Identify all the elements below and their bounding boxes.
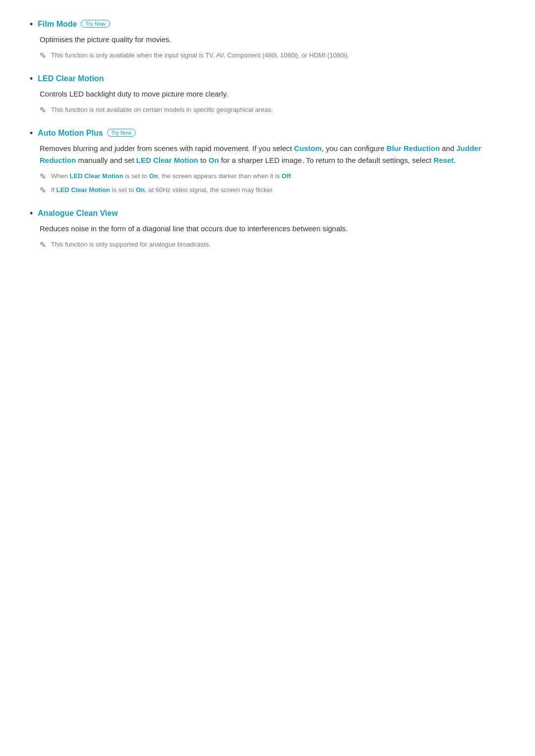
led-clear-motion-note-text-0: This function is not available on certai… bbox=[51, 105, 273, 115]
analogue-clean-view-note-text-0: This function is only supported for anal… bbox=[51, 240, 211, 250]
auto-motion-plus-description: Removes blurring and judder from scenes … bbox=[40, 143, 505, 166]
auto-motion-plus-note-1: ✎ If LED Clear Motion is set to On, at 6… bbox=[40, 185, 505, 195]
analogue-clean-view-title: Analogue Clean View bbox=[38, 209, 118, 218]
film-mode-note-0: ✎ This function is only available when t… bbox=[40, 50, 505, 60]
bullet-icon: • bbox=[30, 208, 33, 219]
highlight-led-clear-motion-note2: LED Clear Motion bbox=[56, 186, 110, 194]
auto-motion-plus-note-text-0: When LED Clear Motion is set to On, the … bbox=[51, 171, 293, 181]
bullet-row-led-clear-motion: • LED Clear Motion bbox=[30, 74, 505, 84]
auto-motion-plus-try-now-badge[interactable]: Try Now bbox=[107, 129, 136, 137]
film-mode-note-text-0: This function is only available when the… bbox=[51, 50, 349, 60]
content-area: • Film Mode Try Now Optimises the pictur… bbox=[30, 20, 505, 250]
section-analogue-clean-view: • Analogue Clean View Reduces noise in t… bbox=[30, 209, 505, 250]
highlight-led-clear-motion: LED Clear Motion bbox=[136, 156, 198, 164]
auto-motion-plus-title: Auto Motion Plus bbox=[38, 129, 103, 138]
highlight-blur-reduction: Blur Reduction bbox=[386, 144, 440, 152]
led-clear-motion-description: Controls LED backlight duty to move pict… bbox=[40, 88, 505, 100]
pencil-icon: ✎ bbox=[40, 105, 46, 115]
bullet-icon: • bbox=[30, 19, 33, 30]
film-mode-description: Optimises the picture quality for movies… bbox=[40, 34, 505, 46]
highlight-on-note1: On bbox=[149, 172, 158, 180]
auto-motion-plus-note-text-1: If LED Clear Motion is set to On, at 60H… bbox=[51, 185, 274, 195]
highlight-on-1: On bbox=[209, 156, 219, 164]
auto-motion-plus-note-0: ✎ When LED Clear Motion is set to On, th… bbox=[40, 171, 505, 181]
pencil-icon: ✎ bbox=[40, 240, 46, 250]
analogue-clean-view-note-0: ✎ This function is only supported for an… bbox=[40, 240, 505, 250]
highlight-led-clear-motion-note1: LED Clear Motion bbox=[70, 172, 123, 180]
highlight-reset: Reset bbox=[433, 156, 454, 164]
section-led-clear-motion: • LED Clear Motion Controls LED backligh… bbox=[30, 74, 505, 115]
led-clear-motion-title: LED Clear Motion bbox=[38, 74, 104, 83]
pencil-icon: ✎ bbox=[40, 186, 46, 195]
section-film-mode: • Film Mode Try Now Optimises the pictur… bbox=[30, 20, 505, 60]
bullet-icon: • bbox=[30, 128, 33, 139]
bullet-row-auto-motion-plus: • Auto Motion Plus Try Now bbox=[30, 129, 505, 139]
analogue-clean-view-description: Reduces noise in the form of a diagonal … bbox=[40, 223, 505, 235]
film-mode-title: Film Mode bbox=[38, 20, 77, 29]
pencil-icon: ✎ bbox=[40, 172, 46, 181]
highlight-on-note2: On bbox=[136, 186, 145, 194]
highlight-off-note1: Off bbox=[281, 172, 291, 180]
bullet-icon: • bbox=[30, 74, 33, 84]
bullet-row-film-mode: • Film Mode Try Now bbox=[30, 20, 505, 30]
section-auto-motion-plus: • Auto Motion Plus Try Now Removes blurr… bbox=[30, 129, 505, 195]
film-mode-try-now-badge[interactable]: Try Now bbox=[81, 20, 110, 28]
bullet-row-analogue-clean-view: • Analogue Clean View bbox=[30, 209, 505, 219]
pencil-icon: ✎ bbox=[40, 51, 46, 60]
highlight-custom: Custom bbox=[294, 144, 322, 152]
led-clear-motion-note-0: ✎ This function is not available on cert… bbox=[40, 105, 505, 115]
